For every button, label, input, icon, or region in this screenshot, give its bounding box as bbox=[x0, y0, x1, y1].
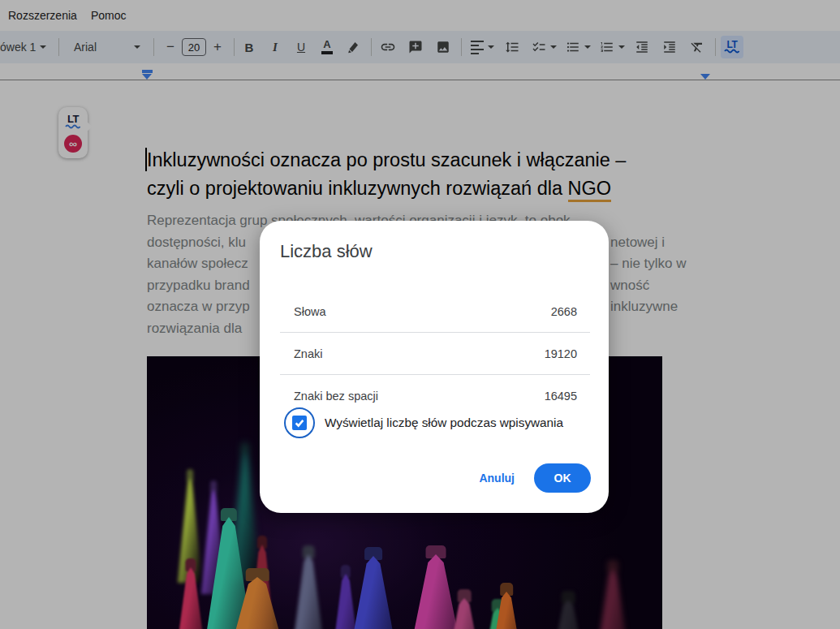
dialog-actions: Anuluj OK bbox=[471, 463, 591, 493]
checkmark-icon bbox=[294, 417, 305, 429]
cancel-button[interactable]: Anuluj bbox=[471, 465, 523, 491]
word-count-dialog: Liczba słów Słowa 2668 Znaki 19120 Znaki… bbox=[260, 221, 609, 513]
stat-value: 2668 bbox=[551, 305, 577, 318]
stat-value: 19120 bbox=[545, 347, 577, 360]
stat-row-characters: Znaki 19120 bbox=[280, 333, 590, 375]
stat-label: Słowa bbox=[294, 305, 326, 318]
word-count-list: Słowa 2668 Znaki 19120 Znaki bez spacji … bbox=[280, 291, 590, 417]
ok-button[interactable]: OK bbox=[534, 463, 591, 493]
display-word-count-option[interactable]: Wyświetlaj liczbę słów podczas wpisywani… bbox=[284, 407, 563, 438]
google-docs-window: Rozszerzenia Pomoc ówek 1 Arial − 20 + B… bbox=[0, 0, 840, 629]
stat-label: Znaki bez spacji bbox=[294, 390, 378, 403]
checkbox-checked[interactable] bbox=[292, 416, 307, 430]
checkbox-focus-ring bbox=[284, 407, 315, 438]
stat-row-words: Słowa 2668 bbox=[280, 291, 590, 333]
stat-label: Znaki bbox=[294, 347, 322, 360]
checkbox-label: Wyświetlaj liczbę słów podczas wpisywani… bbox=[325, 416, 563, 430]
stat-value: 16495 bbox=[545, 390, 577, 403]
dialog-title: Liczba słów bbox=[280, 241, 373, 262]
